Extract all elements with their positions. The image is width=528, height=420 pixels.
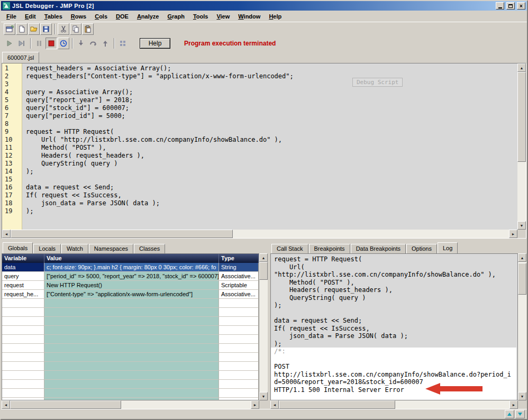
close-button[interactable]: × [517, 2, 525, 10]
tab-breakpoints[interactable]: Breakpoints [309, 244, 350, 253]
new-window-button[interactable] [4, 23, 15, 35]
pause-button[interactable] [33, 38, 45, 49]
scroll-up-button[interactable]: ▲ [259, 253, 268, 262]
menu-cols[interactable]: Cols [90, 12, 112, 21]
variable-row-request[interactable]: requestNew HTTP Request()Scriptable [2, 281, 259, 290]
nav-down-button[interactable] [515, 410, 525, 418]
scrollbar-track[interactable] [518, 262, 526, 392]
variable-row-request_he[interactable]: request_he...["Content-type" => "applica… [2, 290, 259, 299]
scrollbar-track[interactable] [517, 72, 526, 221]
empty-row[interactable] [2, 326, 259, 335]
globals-table[interactable]: Variable Value Type datac; font-size: 90… [2, 253, 259, 400]
scrollbar-track[interactable] [259, 262, 268, 392]
scrollbar-thumb[interactable] [517, 72, 526, 162]
scroll-left-button[interactable]: ◄ [270, 400, 279, 409]
line-number[interactable]: 3 [2, 80, 22, 88]
scrollbar-thumb[interactable] [11, 230, 233, 238]
minimize-button[interactable] [496, 2, 504, 10]
menu-rows[interactable]: Rows [67, 12, 90, 21]
copy-button[interactable] [70, 23, 81, 35]
paste-button[interactable] [82, 23, 94, 35]
line-number[interactable]: 2 [2, 72, 22, 80]
line-number[interactable]: 17 [2, 191, 22, 199]
scroll-up-button[interactable]: ▲ [517, 63, 526, 72]
new-script-button[interactable] [16, 23, 28, 35]
code-view[interactable]: 1request_headers = Associative Array();2… [2, 63, 517, 230]
scroll-left-button[interactable]: ◄ [2, 230, 11, 238]
run-step-button[interactable] [16, 38, 28, 49]
menu-graph[interactable]: Graph [163, 12, 188, 21]
line-number[interactable]: 15 [2, 176, 22, 184]
empty-row[interactable] [2, 362, 259, 371]
scroll-up-button[interactable]: ▲ [518, 253, 526, 262]
line-number[interactable]: 10 [2, 136, 22, 144]
menu-window[interactable]: Window [234, 12, 265, 21]
line-number[interactable]: 9 [2, 128, 22, 136]
empty-row[interactable] [2, 317, 259, 326]
tab-globals[interactable]: Globals [3, 242, 33, 253]
line-number[interactable]: 14 [2, 168, 22, 176]
line-number[interactable]: 6 [2, 104, 22, 112]
line-number[interactable]: 11 [2, 144, 22, 152]
column-header-variable[interactable]: Variable [2, 254, 44, 263]
tab-log[interactable]: Log [438, 242, 458, 253]
line-number[interactable]: 5 [2, 96, 22, 104]
line-number[interactable]: 7 [2, 112, 22, 120]
globals-vertical-scrollbar[interactable]: ▲ ▼ [259, 253, 268, 400]
stop-button[interactable] [45, 38, 57, 49]
column-header-value[interactable]: Value [44, 254, 219, 263]
menu-file[interactable]: File [2, 12, 21, 21]
menu-edit[interactable]: Edit [21, 12, 40, 21]
line-number[interactable]: 18 [2, 199, 22, 207]
line-number[interactable]: 4 [2, 88, 22, 96]
maximize-button[interactable] [506, 2, 515, 10]
scrollbar-track[interactable] [11, 230, 509, 238]
variable-row-query[interactable]: query["period_id" => 5000, "report_year"… [2, 272, 259, 281]
tab-data-breakpoints[interactable]: Data Breakpoints [351, 244, 406, 253]
empty-row[interactable] [2, 308, 259, 317]
step-out-button[interactable] [99, 38, 111, 49]
scroll-right-button[interactable]: ► [251, 400, 259, 409]
tab-classes[interactable]: Classes [134, 244, 165, 253]
menu-tables[interactable]: Tables [40, 12, 67, 21]
menu-help[interactable]: Help [265, 12, 286, 21]
empty-row[interactable] [2, 335, 259, 344]
line-number[interactable]: 19 [2, 207, 22, 215]
breakpoints-button[interactable] [117, 38, 129, 49]
reset-button[interactable] [58, 38, 69, 49]
menu-tools[interactable]: Tools [189, 12, 213, 21]
editor-horizontal-scrollbar[interactable]: ◄ ► [2, 230, 517, 238]
empty-row[interactable] [2, 371, 259, 380]
line-number[interactable]: 16 [2, 184, 22, 191]
line-number[interactable]: 12 [2, 152, 22, 160]
scrollbar-thumb[interactable] [10, 400, 121, 409]
help-button[interactable]: Help [140, 38, 170, 49]
globals-horizontal-scrollbar[interactable]: ◄ ► [2, 400, 259, 409]
scrollbar-thumb[interactable] [279, 400, 395, 409]
menu-doe[interactable]: DOE [112, 12, 133, 21]
log-output[interactable]: request = HTTP Request( Url("http://list… [270, 253, 518, 400]
menu-analyze[interactable]: Analyze [133, 12, 163, 21]
run-button[interactable] [4, 38, 15, 49]
tab-call-stack[interactable]: Call Stack [271, 244, 308, 253]
empty-row[interactable] [2, 389, 259, 398]
line-number[interactable]: 8 [2, 120, 22, 128]
tab-600007-jsl[interactable]: 600007.jsl [2, 52, 39, 63]
scrollbar-track[interactable] [10, 400, 251, 409]
menu-view[interactable]: View [212, 12, 234, 21]
empty-row[interactable] [2, 299, 259, 308]
scroll-right-button[interactable]: ► [509, 230, 517, 238]
scroll-down-button[interactable]: ▼ [517, 221, 526, 230]
editor-vertical-scrollbar[interactable]: ▲ ▼ [517, 63, 526, 230]
empty-row[interactable] [2, 380, 259, 389]
scroll-right-button[interactable]: ► [509, 400, 518, 409]
save-button[interactable] [40, 23, 52, 35]
scroll-down-button[interactable]: ▼ [518, 392, 526, 400]
empty-row[interactable] [2, 353, 259, 362]
code-editor[interactable]: 1request_headers = Associative Array();2… [2, 63, 526, 239]
tab-locals[interactable]: Locals [33, 244, 61, 253]
scroll-down-button[interactable]: ▼ [259, 392, 268, 400]
scrollbar-track[interactable] [279, 400, 509, 409]
open-button[interactable] [28, 23, 40, 35]
empty-row[interactable] [2, 344, 259, 353]
